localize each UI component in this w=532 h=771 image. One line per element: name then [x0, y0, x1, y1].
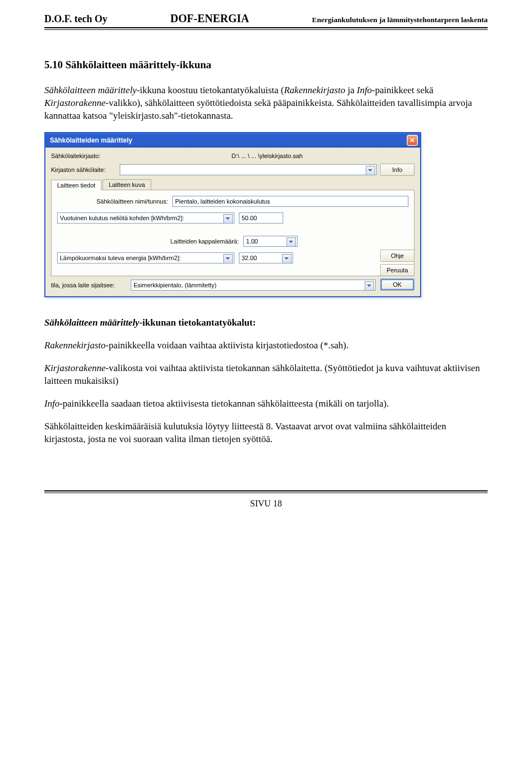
tools-subheading-tail: -ikkunan tietokantatyökalut:: [139, 317, 255, 328]
row-count: Laitteiden kappalemäärä: 1.00: [57, 236, 408, 247]
heat-label-combo[interactable]: Lämpökuormaksi tuleva energia [kWh/brm2]…: [57, 252, 234, 263]
device-select-combo[interactable]: [120, 164, 377, 175]
intro-italic-2: Rakennekirjasto: [284, 85, 345, 95]
p2-tail: -valikosta voi vaihtaa aktiivista tietok…: [44, 363, 480, 386]
name-value: Pientalo, laitteiden kokonaiskulutus: [175, 198, 270, 205]
annual-label-combo[interactable]: Vuotuinen kulutus neliötä kohden [kWh/br…: [57, 212, 234, 224]
para-rakennekirjasto: Rakennekirjasto-painikkeella voidaan vai…: [44, 339, 488, 352]
footer-rule-1: [44, 490, 488, 491]
intro-paragraph: Sähkölaitteen määrittely-ikkuna koostuu …: [44, 84, 488, 123]
p2-italic: Kirjastorakenne: [44, 363, 106, 373]
intro-text-3: -painikkeet sekä: [372, 85, 433, 95]
row-annual: Vuotuinen kulutus neliötä kohden [kWh/br…: [57, 212, 408, 224]
p1-tail: -painikkeella voidaan vaihtaa aktiivista…: [105, 340, 349, 351]
row-name: Sähkölaitteen nimi/tunnus: Pientalo, lai…: [57, 196, 408, 207]
intro-italic-1: Sähkölaitteen määrittely: [44, 85, 137, 95]
tab-device-image-label: Laitteen kuva: [109, 181, 145, 188]
para-appendix: Sähkölaitteiden keskimääräisiä kulutuksi…: [44, 420, 488, 446]
page-number: SIVU 18: [44, 493, 488, 510]
section-title: 5.10 Sähkölaitteen määrittely-ikkuna: [44, 58, 488, 72]
intro-text-2: ja: [345, 85, 357, 95]
header-right: Energiankulutuksen ja lämmitystehontarpe…: [312, 15, 488, 25]
room-row: tila, jossa laite sijaitsee: Esimerkkipi…: [51, 280, 376, 291]
library-path: D:\ ... \ ... \yleiskirjasto.sah: [120, 152, 415, 160]
tab-strip: Laitteen tiedot Laitteen kuva: [51, 179, 415, 190]
dialog-body: Sähkölaitekirjasto: D:\ ... \ ... \yleis…: [45, 148, 420, 296]
p3-italic: Info: [44, 398, 59, 409]
tools-subheading-italic: Sähkölaitteen määrittely: [44, 317, 139, 328]
close-button[interactable]: ✕: [407, 135, 418, 146]
header-center: DOF-ENERGIA: [170, 11, 249, 26]
intro-italic-4: Kirjastorakenne: [44, 98, 106, 108]
annual-value: 50.00: [242, 215, 257, 221]
p3-tail: -painikkeella saadaan tietoa aktiivisest…: [59, 398, 388, 409]
doc-header: D.O.F. tech Oy DOF-ENERGIA Energiankulut…: [44, 11, 488, 28]
dialog-bottom: tila, jossa laite sijaitsee: Esimerkkipi…: [51, 280, 415, 291]
tab-pane: Sähkölaitteen nimi/tunnus: Pientalo, lai…: [51, 190, 415, 276]
name-label: Sähkölaitteen nimi/tunnus:: [57, 197, 168, 206]
heat-value-input[interactable]: 32.00: [239, 252, 293, 263]
intro-text-1: -ikkuna koostuu tietokantatyökaluista (: [137, 85, 284, 95]
device-select-label: Kirjaston sähkölaite:: [51, 166, 116, 174]
doc-footer: SIVU 18: [44, 490, 488, 510]
info-button[interactable]: Info: [380, 164, 415, 176]
right-button-column: Ohje Peruuta OK: [380, 250, 415, 291]
annual-label: Vuotuinen kulutus neliötä kohden [kWh/br…: [60, 215, 184, 221]
heat-value: 32.00: [242, 255, 257, 261]
heat-label: Lämpökuormaksi tuleva energia [kWh/brm2]…: [60, 255, 181, 261]
header-left: D.O.F. tech Oy: [44, 12, 108, 26]
cancel-button-label: Peruuta: [387, 267, 408, 273]
room-value: Esimerkkipientalo, (lämmitetty): [134, 282, 217, 288]
cancel-button[interactable]: Peruuta: [380, 264, 415, 276]
ok-button[interactable]: OK: [380, 278, 415, 291]
dialog-title: Sähkölaitteiden määrittely: [50, 136, 132, 145]
help-button[interactable]: Ohje: [380, 250, 415, 262]
room-label: tila, jossa laite sijaitsee:: [51, 281, 127, 290]
tab-device-info-label: Laitteen tiedot: [57, 182, 95, 189]
dialog-window: Sähkölaitteiden määrittely ✕ Sähkölaitek…: [44, 132, 421, 297]
close-icon: ✕: [410, 136, 415, 145]
count-input[interactable]: 1.00: [243, 236, 298, 247]
count-label: Laitteiden kappalemäärä:: [57, 237, 239, 246]
room-combo[interactable]: Esimerkkipientalo, (lämmitetty): [131, 280, 376, 291]
dialog-titlebar[interactable]: Sähkölaitteiden määrittely ✕: [45, 133, 420, 148]
tab-device-info[interactable]: Laitteen tiedot: [51, 180, 101, 190]
help-button-label: Ohje: [391, 252, 403, 259]
name-input[interactable]: Pientalo, laitteiden kokonaiskulutus: [172, 196, 408, 207]
header-rule: [44, 29, 488, 30]
info-button-label: Info: [392, 166, 402, 173]
tab-device-image[interactable]: Laitteen kuva: [103, 179, 151, 190]
row-heat: Lämpökuormaksi tuleva energia [kWh/brm2]…: [57, 252, 408, 263]
annual-value-input[interactable]: 50.00: [239, 212, 283, 224]
count-value: 1.00: [246, 238, 258, 245]
row-library: Sähkölaitekirjasto: D:\ ... \ ... \yleis…: [51, 152, 415, 160]
row-device-select: Kirjaston sähkölaite: Info: [51, 164, 415, 176]
p1-italic: Rakennekirjasto: [44, 340, 105, 351]
intro-italic-3: Info: [357, 85, 372, 95]
library-label: Sähkölaitekirjasto:: [51, 152, 116, 160]
intro-text-4: -valikko), sähkölaitteen syöttötiedoista…: [44, 98, 472, 121]
para-kirjastorakenne: Kirjastorakenne-valikosta voi vaihtaa ak…: [44, 362, 488, 388]
tools-subheading: Sähkölaitteen määrittely-ikkunan tietoka…: [44, 317, 488, 329]
ok-button-label: OK: [393, 281, 402, 288]
para-info: Info-painikkeella saadaan tietoa aktiivi…: [44, 398, 488, 410]
